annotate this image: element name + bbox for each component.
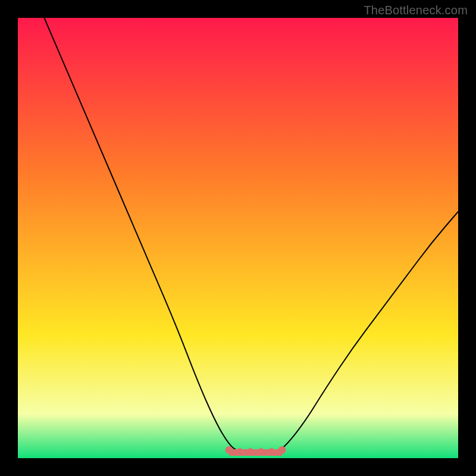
svg-point-4 bbox=[248, 448, 253, 453]
chart-plot bbox=[18, 18, 458, 458]
chart-background bbox=[18, 18, 458, 458]
svg-point-1 bbox=[226, 446, 233, 454]
svg-point-2 bbox=[278, 446, 286, 454]
chart-svg bbox=[18, 18, 458, 458]
watermark-text: TheBottleneck.com bbox=[364, 4, 468, 17]
chart-frame: TheBottleneck.com bbox=[0, 0, 476, 476]
svg-point-6 bbox=[269, 448, 274, 453]
svg-point-5 bbox=[258, 448, 264, 453]
svg-point-3 bbox=[237, 448, 242, 453]
